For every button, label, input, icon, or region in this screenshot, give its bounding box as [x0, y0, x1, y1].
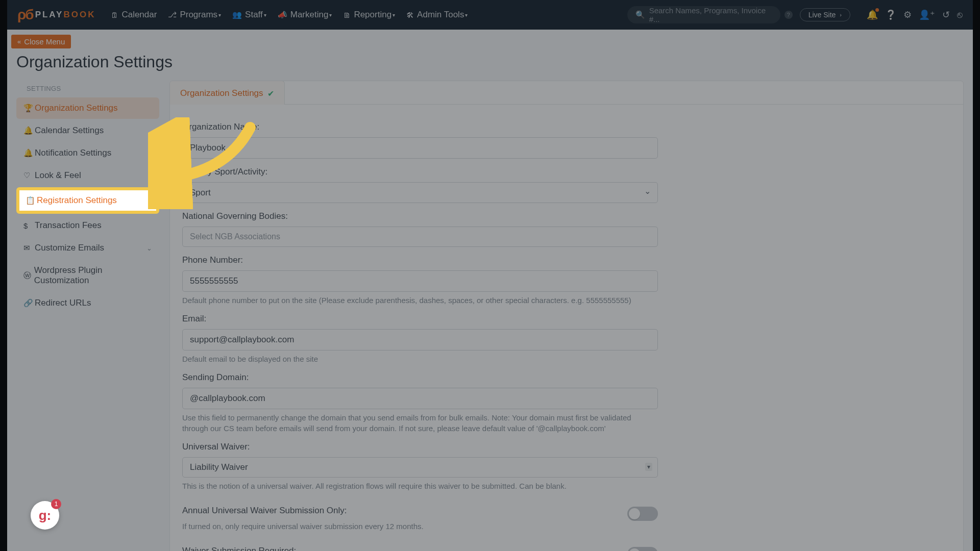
bullhorn-icon: 📣 — [278, 10, 287, 19]
primary-sport-select[interactable]: Sport — [182, 182, 658, 203]
sidebar-item-redirect-urls[interactable]: 🔗Redirect URLs — [16, 292, 159, 314]
settings-sidebar: SETTINGS 🏆Organization Settings 🔔Calenda… — [16, 81, 159, 551]
sidebar-section-label: SETTINGS — [27, 85, 159, 92]
clipboard-icon: 📋 — [26, 196, 37, 205]
page-title: Organization Settings — [16, 53, 973, 71]
chevron-down-icon: ⌄ — [146, 244, 152, 252]
waiver-required-toggle[interactable] — [627, 547, 658, 551]
caret-icon: ▾ — [264, 12, 266, 18]
calendar-icon: 🗓 — [111, 11, 118, 19]
link-icon: 🔗 — [23, 298, 35, 308]
logo[interactable]: ρб PLAYBOOK — [17, 7, 95, 23]
sidebar-item-organization-settings[interactable]: 🏆Organization Settings — [16, 97, 159, 119]
sidebar-item-look-feel[interactable]: ♡Look & Feel — [16, 165, 159, 186]
add-user-icon[interactable]: 👤⁺ — [919, 9, 935, 20]
content-panel: Organization Settings ✔ Organization Nam… — [169, 81, 964, 551]
branch-icon: ⎇ — [168, 10, 177, 19]
sending-domain-label: Sending Domain: — [182, 372, 658, 383]
chat-widget-button[interactable]: g: 1 — [31, 501, 59, 530]
caret-icon: ▾ — [218, 12, 221, 18]
waiver-required-label: Waiver Submission Required: — [182, 546, 627, 551]
phone-label: Phone Number: — [182, 255, 658, 265]
heart-icon: ♡ — [23, 171, 35, 180]
history-icon[interactable]: ↺ — [942, 9, 950, 20]
help-icon[interactable]: ❔ — [885, 9, 896, 20]
sidebar-item-transaction-fees[interactable]: $Transaction Fees — [16, 215, 159, 236]
bell-icon: 🔔 — [23, 126, 35, 135]
org-name-input[interactable] — [182, 137, 658, 159]
nav-calendar[interactable]: 🗓Calendar — [111, 10, 157, 20]
bell-icon: 🔔 — [23, 148, 35, 158]
ngb-label: National Governing Bodies: — [182, 211, 658, 221]
file-icon: 🗎 — [343, 11, 351, 19]
search-input[interactable]: 🔍Search Names, Programs, Invoice #... — [627, 6, 780, 23]
phone-help-text: Default phone number to put on the site … — [182, 295, 658, 306]
sidebar-item-registration-settings[interactable]: 📋Registration Settings — [16, 187, 159, 214]
sending-domain-help-text: Use this field to permanently change the… — [182, 412, 658, 434]
org-name-label: Organization Name: — [182, 122, 658, 132]
phone-input[interactable] — [182, 270, 658, 292]
annual-waiver-label: Annual Universal Waiver Submission Only: — [182, 506, 627, 516]
nav-reporting[interactable]: 🗎Reporting▾ — [343, 10, 395, 20]
nav-marketing[interactable]: 📣Marketing▾ — [278, 10, 332, 20]
logo-text-play: PLAY — [35, 10, 64, 20]
email-label: Email: — [182, 314, 658, 324]
sidebar-item-wordpress-plugin[interactable]: ⓦWordpress Plugin Customization — [16, 260, 159, 291]
search-icon: 🔍 — [635, 10, 645, 19]
chat-unread-badge: 1 — [51, 499, 61, 509]
nav-staff[interactable]: 👥Staff▾ — [232, 10, 266, 20]
sidebar-item-customize-emails[interactable]: ✉Customize Emails⌄ — [16, 237, 159, 259]
annual-waiver-help-text: If turned on, only require universal wai… — [182, 521, 627, 532]
users-icon: 👥 — [232, 10, 242, 19]
live-site-button[interactable]: Live Site› — [800, 8, 850, 21]
email-input[interactable] — [182, 329, 658, 350]
top-nav: ρб PLAYBOOK 🗓Calendar ⎇Programs▾ 👥Staff▾… — [7, 0, 973, 30]
caret-icon: ▾ — [329, 12, 332, 18]
chevrons-left-icon: « — [17, 38, 21, 45]
tab-organization-settings[interactable]: Organization Settings ✔ — [169, 81, 285, 105]
nav-programs[interactable]: ⎇Programs▾ — [168, 10, 221, 20]
wordpress-icon: ⓦ — [23, 271, 34, 281]
universal-waiver-help-text: This is the notion of a universal waiver… — [182, 481, 658, 491]
sidebar-item-notification-settings[interactable]: 🔔Notification Settings — [16, 142, 159, 164]
chat-logo-icon: g: — [39, 508, 52, 523]
settings-icon[interactable]: ⚙ — [903, 9, 912, 20]
check-circle-icon: ✔ — [267, 89, 274, 98]
dollar-icon: $ — [23, 221, 35, 230]
universal-waiver-label: Universal Waiver: — [182, 442, 658, 452]
logout-icon[interactable]: ⎋ — [957, 10, 963, 20]
nav-admin-tools[interactable]: 🛠Admin Tools▾ — [406, 10, 468, 20]
logo-text-book: BOOK — [63, 10, 95, 20]
notifications-icon[interactable]: 🔔 — [867, 9, 878, 20]
ngb-select[interactable]: Select NGB Associations — [182, 227, 658, 247]
trophy-icon: 🏆 — [23, 104, 35, 113]
sidebar-item-calendar-settings[interactable]: 🔔Calendar Settings — [16, 120, 159, 141]
annual-waiver-toggle[interactable] — [627, 507, 658, 521]
help-small-icon[interactable]: ? — [785, 11, 793, 19]
close-menu-button[interactable]: « Close Menu — [11, 35, 71, 48]
caret-icon: ▾ — [393, 12, 395, 18]
universal-waiver-select[interactable]: Liability Waiver — [182, 457, 658, 478]
primary-sport-label: Primary Sport/Activity: — [182, 167, 658, 177]
chevron-right-icon: › — [840, 12, 842, 18]
email-help-text: Default email to be displayed on the sit… — [182, 354, 658, 364]
envelope-icon: ✉ — [23, 243, 35, 253]
logo-mark-icon: ρб — [17, 7, 33, 23]
caret-icon: ▾ — [465, 12, 468, 18]
sending-domain-input[interactable] — [182, 388, 658, 409]
tools-icon: 🛠 — [406, 11, 414, 19]
